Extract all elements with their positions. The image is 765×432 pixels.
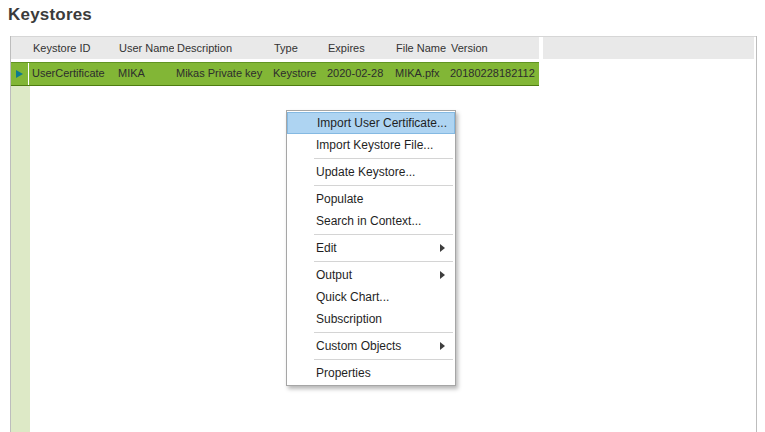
header-filler — [543, 37, 754, 59]
menu-separator — [314, 332, 453, 333]
menu-separator — [314, 261, 453, 262]
header-type[interactable]: Type — [271, 37, 325, 59]
menu-separator — [314, 185, 453, 186]
right-arrow-icon — [440, 271, 445, 279]
menu-item-edit[interactable]: Edit — [287, 237, 455, 259]
menu-item-label: Custom Objects — [316, 339, 401, 353]
menu-separator — [314, 234, 453, 235]
menu-item-populate[interactable]: Populate — [287, 188, 455, 210]
cell-expires: 2020-02-28 — [324, 63, 392, 85]
header-description[interactable]: Description — [174, 37, 271, 59]
header-selector-column — [11, 37, 30, 59]
right-arrow-icon — [440, 244, 445, 252]
selector-column-strip — [11, 86, 30, 432]
menu-separator — [314, 359, 453, 360]
header-expires[interactable]: Expires — [325, 37, 393, 59]
cell-user-name: MIKA — [115, 63, 173, 85]
menu-item-update-keystore[interactable]: Update Keystore... — [287, 161, 455, 183]
cell-keystore-id: UserCertificate — [29, 63, 115, 85]
menu-item-label: Output — [316, 268, 352, 282]
menu-item-import-keystore-file[interactable]: Import Keystore File... — [287, 134, 455, 156]
grid-header-row: Keystore ID User Name Description Type E… — [11, 36, 756, 59]
header-keystore-id[interactable]: Keystore ID — [30, 37, 116, 59]
grid-header-main: Keystore ID User Name Description Type E… — [11, 37, 539, 59]
menu-item-quick-chart[interactable]: Quick Chart... — [287, 286, 455, 308]
cell-version: 20180228182112 — [447, 63, 538, 85]
menu-item-subscription[interactable]: Subscription — [287, 308, 455, 330]
context-menu: Import User Certificate... Import Keysto… — [286, 110, 456, 386]
menu-item-search-in-context[interactable]: Search in Context... — [287, 210, 455, 232]
menu-item-properties[interactable]: Properties — [287, 362, 455, 384]
header-user-name[interactable]: User Name — [116, 37, 174, 59]
menu-item-import-user-certificate[interactable]: Import User Certificate... — [287, 112, 455, 134]
menu-item-output[interactable]: Output — [287, 264, 455, 286]
menu-item-label: Edit — [316, 241, 337, 255]
menu-separator — [314, 158, 453, 159]
menu-item-custom-objects[interactable]: Custom Objects — [287, 335, 455, 357]
right-arrow-icon — [440, 342, 445, 350]
cell-description: Mikas Private key — [173, 63, 270, 85]
table-row[interactable]: UserCertificate MIKA Mikas Private key K… — [11, 62, 539, 86]
header-file-name[interactable]: File Name — [393, 37, 448, 59]
cell-type: Keystore — [270, 63, 324, 85]
cell-file-name: MIKA.pfx — [392, 63, 447, 85]
header-version[interactable]: Version — [448, 37, 539, 59]
row-selector-cell[interactable] — [11, 63, 29, 85]
page-title: Keystores — [8, 5, 92, 25]
play-arrow-icon — [16, 70, 23, 78]
